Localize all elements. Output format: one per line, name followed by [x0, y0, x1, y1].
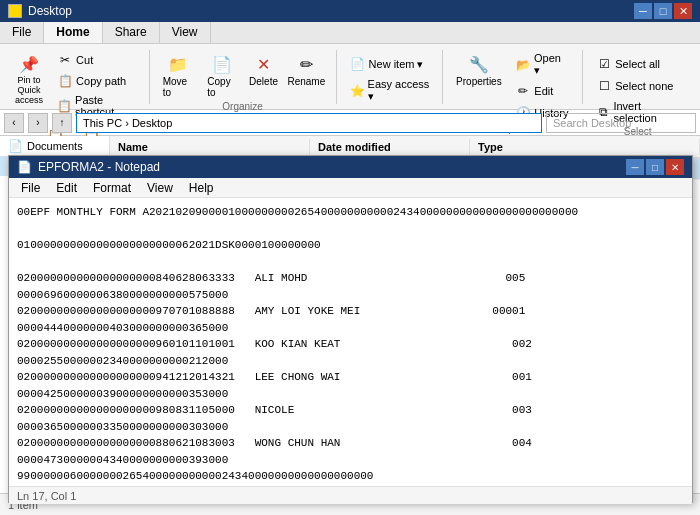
cut-button[interactable]: ✂ Cut [52, 50, 141, 70]
new-item-button[interactable]: 📄 New item ▾ [345, 54, 435, 74]
notepad-window: 📄 EPFORMA2 - Notepad ─ □ ✕ File Edit For… [8, 155, 693, 503]
select-all-icon: ☑ [596, 56, 612, 72]
properties-icon: 🔧 [468, 53, 490, 75]
ribbon: File Home Share View 📌 Pin to Quick acce… [0, 22, 700, 110]
move-button[interactable]: 📁 Move to [158, 50, 199, 101]
open-button[interactable]: 📂 Open ▾ [510, 50, 574, 79]
sidebar-item-documents[interactable]: 📄 Documents [0, 136, 109, 156]
properties-button[interactable]: 🔧 Properties [451, 50, 506, 90]
explorer-title: Desktop [28, 4, 72, 18]
menu-view[interactable]: View [139, 179, 181, 197]
ribbon-tab-home[interactable]: Home [44, 22, 102, 43]
delete-button[interactable]: ✕ Delete [246, 50, 281, 90]
minimize-button[interactable]: ─ [634, 3, 652, 19]
ribbon-tab-view[interactable]: View [160, 22, 211, 43]
edit-button[interactable]: ✏ Edit [510, 81, 574, 101]
new-item-icon: 📄 [350, 56, 366, 72]
copy-to-button[interactable]: 📄 Copy to [202, 50, 242, 101]
notepad-menubar: File Edit Format View Help [9, 178, 692, 198]
cursor-position: Ln 17, Col 1 [17, 490, 76, 502]
ribbon-tab-share[interactable]: Share [103, 22, 160, 43]
notepad-icon: 📄 [17, 160, 32, 174]
pin-icon: 📌 [18, 53, 40, 75]
notepad-close-button[interactable]: ✕ [666, 159, 684, 175]
column-name[interactable]: Name [110, 139, 310, 155]
select-group: ☑ Select all ☐ Select none ⧉ Invert sele… [591, 50, 692, 104]
copy-path-icon: 📋 [57, 73, 73, 89]
new-group: 📄 New item ▾ ⭐ Easy access ▾ 📁 New folde… [345, 50, 444, 104]
notepad-minimize-button[interactable]: ─ [626, 159, 644, 175]
delete-icon: ✕ [253, 53, 275, 75]
pin-button[interactable]: 📌 Pin to Quick access [8, 50, 50, 109]
select-none-button[interactable]: ☐ Select none [591, 76, 684, 96]
explorer-icon [8, 4, 22, 18]
select-all-button[interactable]: ☑ Select all [591, 54, 684, 74]
close-button[interactable]: ✕ [674, 3, 692, 19]
search-placeholder: Search Desktop [553, 117, 631, 129]
back-button[interactable]: ‹ [4, 113, 24, 133]
search-box[interactable]: Search Desktop [546, 113, 696, 133]
address-path[interactable]: This PC › Desktop [76, 113, 542, 133]
rename-icon: ✏ [295, 53, 317, 75]
notepad-title: EPFORMA2 - Notepad [38, 160, 160, 174]
rename-button[interactable]: ✏ Rename [285, 50, 328, 90]
explorer-titlebar: Desktop ─ □ ✕ [0, 0, 700, 22]
copy-path-button[interactable]: 📋 Copy path [52, 71, 141, 91]
menu-format[interactable]: Format [85, 179, 139, 197]
cut-icon: ✂ [57, 52, 73, 68]
maximize-button[interactable]: □ [654, 3, 672, 19]
move-icon: 📁 [167, 53, 189, 75]
edit-icon: ✏ [515, 83, 531, 99]
ribbon-tab-file[interactable]: File [0, 22, 44, 43]
forward-button[interactable]: › [28, 113, 48, 133]
notepad-maximize-button[interactable]: □ [646, 159, 664, 175]
open-icon: 📂 [515, 57, 531, 73]
easy-access-icon: ⭐ [350, 83, 365, 99]
organize-label: Organize [158, 101, 328, 112]
notepad-content[interactable]: 00EPF MONTHLY FORM A20210209000010000000… [9, 198, 692, 486]
address-bar: ‹ › ↑ This PC › Desktop Search Desktop [0, 110, 700, 136]
open-group: 🔧 Properties 📂 Open ▾ ✏ Edit 🕐 History [451, 50, 583, 104]
column-date[interactable]: Date modified [310, 139, 470, 155]
copy-to-icon: 📄 [211, 53, 233, 75]
ribbon-content: 📌 Pin to Quick access ✂ Cut 📋 Copy path … [0, 44, 700, 110]
select-none-icon: ☐ [596, 78, 612, 94]
easy-access-button[interactable]: ⭐ Easy access ▾ [345, 76, 435, 105]
ribbon-tabs: File Home Share View [0, 22, 700, 44]
menu-edit[interactable]: Edit [48, 179, 85, 197]
documents-icon: 📄 [8, 139, 23, 153]
notepad-titlebar: 📄 EPFORMA2 - Notepad ─ □ ✕ [9, 156, 692, 178]
menu-file[interactable]: File [13, 179, 48, 197]
menu-help[interactable]: Help [181, 179, 222, 197]
up-button[interactable]: ↑ [52, 113, 72, 133]
clipboard-group: 📌 Pin to Quick access ✂ Cut 📋 Copy path … [8, 50, 150, 104]
notepad-statusbar: Ln 17, Col 1 [9, 486, 692, 504]
column-type[interactable]: Type [470, 139, 700, 155]
organize-group: 📁 Move to 📄 Copy to ✕ Delete ✏ Rename Or… [158, 50, 337, 104]
